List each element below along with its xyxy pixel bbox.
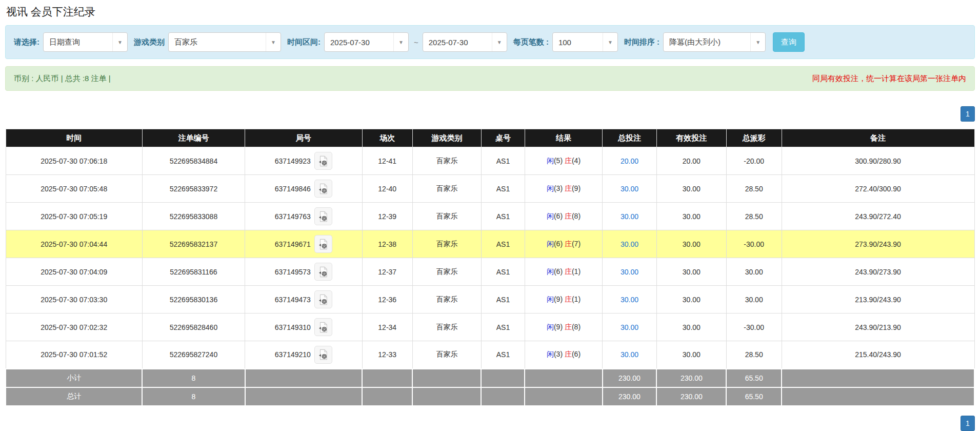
payout-cell: -30.00: [726, 314, 782, 341]
total-bet-link[interactable]: 30.00: [621, 350, 638, 359]
banker-result: 庄: [565, 156, 572, 165]
query-type-select[interactable]: 日期查询 ▼: [43, 32, 128, 52]
table-header-row: 时间注单编号局号场次游戏类别桌号结果总投注有效投注总派彩备注: [6, 129, 974, 147]
table-number-cell: AS1: [481, 230, 525, 258]
sort-order-label: 时间排序 :: [624, 37, 659, 47]
player-result: 闲: [547, 156, 554, 165]
valid-bet-cell: 30.00: [656, 175, 726, 203]
chevron-down-icon[interactable]: ▼: [266, 33, 281, 51]
time-cell: 2025-07-30 07:05:19: [6, 203, 142, 230]
round-cell: 637149763: [245, 203, 363, 230]
column-header-6: 结果: [525, 129, 602, 147]
valid-bet-cell: 30.00: [656, 341, 726, 369]
round-cell: 637149923: [245, 147, 363, 175]
chevron-down-icon[interactable]: ▼: [112, 33, 127, 51]
table-row: 2025-07-30 07:05:19522695833088637149763…: [6, 203, 974, 230]
bet-id-cell: 522695830136: [142, 286, 245, 314]
column-header-4: 游戏类别: [412, 129, 481, 147]
video-replay-button[interactable]: [314, 318, 332, 336]
video-file-icon: [317, 322, 329, 333]
column-header-8: 有效投注: [656, 129, 726, 147]
footer-empty-cell: [525, 387, 602, 406]
total-bet-link[interactable]: 30.00: [621, 268, 638, 276]
date-to-select[interactable]: 2025-07-30 ▼: [423, 32, 507, 52]
footer-remark-cell: [782, 387, 974, 406]
round-number: 637149763: [275, 212, 311, 221]
total-bet-link[interactable]: 30.00: [621, 185, 638, 193]
chevron-down-icon[interactable]: ▼: [393, 33, 408, 51]
time-cell: 2025-07-30 07:02:32: [6, 314, 142, 341]
round-cell: 637149473: [245, 286, 363, 314]
page-button-1[interactable]: 1: [961, 416, 975, 431]
table-row: 2025-07-30 07:04:09522695831166637149573…: [6, 258, 974, 286]
bet-id-cell: 522695827240: [142, 341, 245, 369]
remark-cell: 300.90/280.90: [782, 147, 974, 175]
banker-result: 庄: [565, 267, 572, 276]
total-bet-link[interactable]: 20.00: [621, 157, 638, 165]
page-button-1[interactable]: 1: [961, 106, 975, 122]
video-replay-button[interactable]: [314, 290, 332, 308]
date-from-select[interactable]: 2025-07-30 ▼: [324, 32, 409, 52]
column-header-9: 总派彩: [726, 129, 782, 147]
search-button[interactable]: 查询: [773, 32, 805, 52]
player-result: 闲: [547, 323, 554, 331]
video-replay-button[interactable]: [314, 180, 332, 198]
video-replay-button[interactable]: [314, 207, 332, 225]
chevron-down-icon[interactable]: ▼: [750, 33, 765, 51]
video-replay-button[interactable]: [314, 346, 332, 364]
session-cell: 12-41: [362, 147, 412, 175]
video-replay-button[interactable]: [314, 152, 332, 170]
total-bet-link[interactable]: 30.00: [621, 323, 638, 331]
summary-bar: 币别 : 人民币 | 总共 :8 注单 | 同局有效投注，统一计算在该局第一张注…: [5, 66, 975, 91]
footer-empty-cell: [245, 387, 363, 406]
total-bet-link[interactable]: 30.00: [621, 296, 638, 304]
banker-result: 庄: [565, 295, 572, 303]
video-replay-button[interactable]: [314, 263, 332, 281]
date-from-value: 2025-07-30: [325, 38, 393, 47]
remark-cell: 243.90/272.40: [782, 203, 974, 230]
game-type-value: 百家乐: [169, 37, 266, 47]
query-type-value: 日期查询: [44, 37, 112, 47]
total-bet-link[interactable]: 30.00: [621, 212, 638, 221]
remark-cell: 273.90/243.90: [782, 230, 974, 258]
round-number: 637149473: [275, 296, 311, 304]
column-header-10: 备注: [782, 129, 974, 147]
payout-cell: 28.50: [726, 175, 782, 203]
round-cell: 637149210: [245, 341, 363, 369]
game-type-select[interactable]: 百家乐 ▼: [168, 32, 281, 52]
footer-empty-cell: [362, 369, 412, 387]
footer-payout-cell: 65.50: [726, 369, 782, 387]
query-type-label: 请选择:: [14, 37, 39, 47]
video-replay-button[interactable]: [314, 235, 332, 253]
game-type-cell: 百家乐: [412, 147, 481, 175]
footer-count-cell: 8: [142, 369, 245, 387]
time-cell: 2025-07-30 07:03:30: [6, 286, 142, 314]
table-row: 2025-07-30 07:05:48522695833972637149846…: [6, 175, 974, 203]
valid-bet-cell: 30.00: [656, 230, 726, 258]
bet-id-cell: 522695833088: [142, 203, 245, 230]
sort-order-select[interactable]: 降冪(由大到小) ▼: [663, 32, 766, 52]
valid-bet-cell: 30.00: [656, 314, 726, 341]
result-cell: 闲(3) 庄(9): [525, 175, 602, 203]
chevron-down-icon[interactable]: ▼: [492, 33, 507, 51]
footer-empty-cell: [481, 387, 525, 406]
video-file-icon: [317, 211, 329, 222]
payout-cell: -30.00: [726, 230, 782, 258]
remark-cell: 243.90/273.90: [782, 258, 974, 286]
video-file-icon: [317, 155, 329, 167]
round-cell: 637149671: [245, 230, 363, 258]
session-cell: 12-34: [362, 314, 412, 341]
bet-id-cell: 522695832137: [142, 230, 245, 258]
valid-bet-note: 同局有效投注，统一计算在该局第一张注单内: [812, 74, 966, 84]
round-number: 637149923: [275, 157, 311, 165]
player-result: 闲: [547, 350, 554, 358]
footer-payout-cell: 65.50: [726, 387, 782, 406]
footer-empty-cell: [412, 387, 481, 406]
total-bet-cell: 30.00: [603, 341, 657, 369]
game-type-cell: 百家乐: [412, 286, 481, 314]
page-size-select[interactable]: 100 ▼: [552, 32, 618, 52]
total-bet-link[interactable]: 30.00: [621, 240, 638, 248]
chevron-down-icon[interactable]: ▼: [603, 33, 617, 51]
round-cell-content: 637149210: [275, 346, 332, 364]
valid-bet-cell: 30.00: [656, 203, 726, 230]
